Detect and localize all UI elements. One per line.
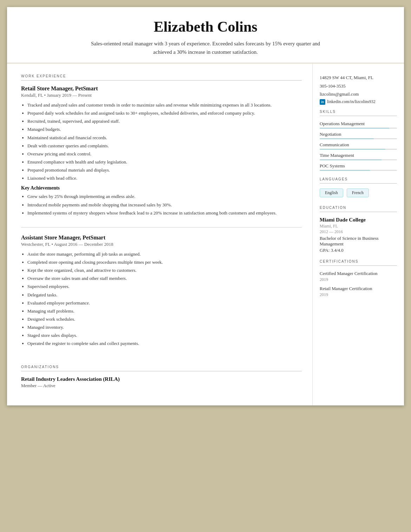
job-1-bullets: Tracked and analyzed sales and customer … bbox=[21, 102, 302, 182]
list-item: Assist the store manager, performing all… bbox=[27, 251, 302, 258]
list-item: Completed store opening and closing proc… bbox=[27, 259, 302, 266]
skill-4: Time Management bbox=[320, 153, 397, 160]
list-item: Maintained statistical and financial rec… bbox=[27, 134, 302, 141]
education-divider bbox=[320, 212, 397, 212]
edu-degree: Bachelor of Science in Business Manageme… bbox=[320, 236, 397, 247]
contact-email: lizcolins@gmail.com bbox=[320, 91, 397, 98]
education-section: EDUCATION Miami Dade College Miami, FL 2… bbox=[320, 206, 397, 253]
edu-years: 2012 — 2016 bbox=[320, 229, 397, 235]
skill-4-bar-bg bbox=[320, 159, 397, 160]
list-item: Designed work schedules. bbox=[27, 316, 302, 323]
languages-divider bbox=[320, 183, 397, 184]
skills-divider bbox=[320, 116, 397, 116]
education-label: EDUCATION bbox=[320, 206, 397, 210]
resume-header: Elizabeth Colins Sales-oriented retail m… bbox=[7, 7, 404, 64]
contact-phone: 305-104-3535 bbox=[320, 83, 397, 90]
list-item: Staged store sales displays. bbox=[27, 332, 302, 339]
cert-2-name: Retail Manager Certification bbox=[320, 286, 397, 291]
linkedin-icon: in bbox=[320, 99, 325, 105]
organizations-divider bbox=[21, 371, 302, 371]
list-item: Introduced mobile payments and mobile sh… bbox=[27, 201, 302, 209]
list-item: Prepared promotional materials and displ… bbox=[27, 167, 302, 174]
list-item: Supervised employees. bbox=[27, 283, 302, 290]
org-name: Retail Industry Leaders Association (RIL… bbox=[21, 376, 302, 382]
list-item: Liaisoned with head office. bbox=[27, 175, 302, 182]
list-item: Delegated tasks. bbox=[27, 291, 302, 299]
skill-1: Operations Management bbox=[320, 121, 397, 129]
cert-2-year: 2019 bbox=[320, 292, 397, 297]
certifications-section: CERTIFICATIONS Certified Manager Certifi… bbox=[320, 259, 397, 297]
org-meta: Member — Active bbox=[21, 383, 302, 389]
skill-5-name: POC Systems bbox=[320, 163, 397, 169]
work-experience-divider bbox=[21, 80, 302, 81]
candidate-name: Elizabeth Colins bbox=[28, 18, 383, 35]
list-item: Ensured compliance with health and safet… bbox=[27, 159, 302, 166]
skill-5: POC Systems bbox=[320, 163, 397, 171]
skill-5-bar-fill bbox=[320, 170, 370, 171]
resume: Elizabeth Colins Sales-oriented retail m… bbox=[7, 7, 404, 405]
skill-4-name: Time Management bbox=[320, 153, 397, 158]
skill-1-bar-bg bbox=[320, 128, 397, 129]
list-item: Operated the register to complete sales … bbox=[27, 340, 302, 347]
list-item: Prepared daily work schedules for and as… bbox=[27, 110, 302, 117]
contact-address: 14829 SW 44 CT, Miami, FL bbox=[320, 74, 397, 81]
linkedin-row: in linkedin.com/in/lizcolins932 bbox=[320, 99, 397, 105]
skill-1-bar-fill bbox=[320, 128, 389, 129]
linkedin-url: linkedin.com/in/lizcolins932 bbox=[327, 99, 376, 104]
cert-1-name: Certified Manager Certification bbox=[320, 271, 397, 276]
skill-1-name: Operations Management bbox=[320, 121, 397, 127]
list-item: Recruited, trained, supervised, and appr… bbox=[27, 118, 302, 125]
candidate-summary: Sales-oriented retail manager with 3 yea… bbox=[83, 39, 328, 56]
list-item: Dealt with customer queries and complain… bbox=[27, 142, 302, 149]
work-experience-section: WORK EXPERIENCE Retail Store Manager, Pe… bbox=[21, 74, 302, 358]
certifications-label: CERTIFICATIONS bbox=[320, 259, 397, 263]
list-item: Kept the store organized, clean, and att… bbox=[27, 267, 302, 274]
left-column: WORK EXPERIENCE Retail Store Manager, Pe… bbox=[7, 64, 313, 405]
job-2-meta: Westchester, FL • August 2016 — December… bbox=[21, 242, 302, 247]
skill-4-bar-fill bbox=[320, 159, 381, 160]
skill-2: Negotiation bbox=[320, 132, 397, 139]
job-1-meta: Kendall, FL • January 2019 — Present bbox=[21, 92, 302, 98]
contact-section: 14829 SW 44 CT, Miami, FL 305-104-3535 l… bbox=[320, 74, 397, 105]
list-item: Oversaw the store sales team and other s… bbox=[27, 275, 302, 282]
edu-gpa: GPA: 3.4/4.0 bbox=[320, 248, 397, 253]
skill-3-bar-bg bbox=[320, 149, 397, 150]
edu-location: Miami, FL bbox=[320, 224, 397, 229]
languages-label: LANGUAGES bbox=[320, 177, 397, 181]
skill-3-name: Communication bbox=[320, 142, 397, 148]
organizations-section: ORGANIZATIONS Retail Industry Leaders As… bbox=[21, 365, 302, 389]
certifications-divider bbox=[320, 265, 397, 266]
edu-school: Miami Dade College bbox=[320, 217, 397, 223]
skill-5-bar-bg bbox=[320, 170, 397, 171]
work-experience-label: WORK EXPERIENCE bbox=[21, 74, 302, 78]
right-column: 14829 SW 44 CT, Miami, FL 305-104-3535 l… bbox=[313, 64, 404, 405]
languages-badges: English French bbox=[320, 188, 397, 199]
resume-body: WORK EXPERIENCE Retail Store Manager, Pe… bbox=[7, 64, 404, 405]
job-1-achievements: Grew sales by 25% through implementing a… bbox=[21, 193, 302, 216]
skills-label: SKILLS bbox=[320, 110, 397, 114]
organizations-label: ORGANIZATIONS bbox=[21, 365, 302, 369]
list-item: Oversaw pricing and stock control. bbox=[27, 150, 302, 158]
job-2: Assistant Store Manager, PetSmart Westch… bbox=[21, 235, 302, 358]
languages-section: LANGUAGES English French bbox=[320, 177, 397, 199]
job-1: Retail Store Manager, PetSmart Kendall, … bbox=[21, 85, 302, 227]
list-item: Evaluated employee performance. bbox=[27, 300, 302, 307]
language-english: English bbox=[320, 188, 343, 197]
language-french: French bbox=[347, 188, 369, 197]
job-2-bullets: Assist the store manager, performing all… bbox=[21, 251, 302, 347]
skills-section: SKILLS Operations Management Negotiation… bbox=[320, 110, 397, 171]
list-item: Implemented systems of mystery shoppers … bbox=[27, 210, 302, 217]
list-item: Grew sales by 25% through implementing a… bbox=[27, 193, 302, 200]
list-item: Managed budgets. bbox=[27, 126, 302, 133]
cert-1-year: 2019 bbox=[320, 277, 397, 282]
skill-2-bar-fill bbox=[320, 138, 374, 139]
skill-3: Communication bbox=[320, 142, 397, 150]
job-2-title: Assistant Store Manager, PetSmart bbox=[21, 235, 302, 241]
key-achievements-label: Key Achievements bbox=[21, 185, 302, 191]
job-1-title: Retail Store Manager, PetSmart bbox=[21, 85, 302, 92]
skill-2-name: Negotiation bbox=[320, 132, 397, 137]
list-item: Managing staff problems. bbox=[27, 308, 302, 315]
list-item: Tracked and analyzed sales and customer … bbox=[27, 102, 302, 109]
list-item: Managed inventory. bbox=[27, 324, 302, 331]
skill-3-bar-fill bbox=[320, 149, 385, 150]
